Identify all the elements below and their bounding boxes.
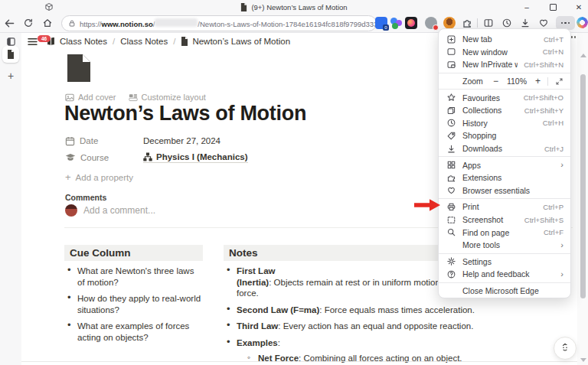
new-tab-plus-button[interactable]: + [2,68,19,83]
extension-blocker-icon[interactable] [425,17,437,29]
cue-item: What are Newton's three laws of motion? [64,266,204,288]
window-titlebar: (9+) Newton’s Laws of Motion – ✕ [0,0,588,14]
apps-icon [446,160,456,171]
menu-item-label: Shopping [462,131,557,140]
extension-photo-icon[interactable] [405,17,417,29]
menu-item-favourites[interactable]: FavouritesCtrl+Shift+O [439,91,570,104]
menu-item-label: Extensions [462,173,557,182]
page-icon-large[interactable] [66,54,92,83]
customize-layout-button[interactable]: Customize layout [129,93,206,102]
add-cover-button[interactable]: Add cover [65,93,116,102]
comment-input[interactable]: Add a comment... [83,205,155,216]
user-avatar [65,204,77,217]
menu-shortcut: Ctrl+Shift+O [524,93,564,102]
add-property-button[interactable]: +Add a property [65,171,133,183]
screenshot-icon [446,214,456,225]
fullscreen-icon[interactable] [555,77,564,86]
cue-item: What are examples of forces acting on ob… [64,321,204,343]
none-icon [446,240,456,250]
extensions-puzzle-icon[interactable] [462,17,474,29]
cue-column-header[interactable]: Cue Column [64,245,203,261]
menu-separator [439,156,570,157]
refresh-button[interactable] [21,15,36,31]
zoom-out-button[interactable]: − [493,76,498,86]
menu-item-apps[interactable]: Apps› [439,158,570,171]
menu-item-help-and-feedback[interactable]: Help and feedback› [439,268,570,281]
menu-item-extensions[interactable]: Extensions [439,171,570,184]
address-bar[interactable]: https://www.notion.so//Newton-s-Laws-of-… [61,15,377,31]
back-button[interactable] [2,15,17,31]
extension-colorful-icon[interactable] [390,17,402,29]
menu-item-shopping[interactable]: Shopping [439,129,570,142]
menu-item-label: Collections [462,106,518,115]
menu-item-close-microsoft-edge[interactable]: Close Microsoft Edge [439,285,570,298]
menu-item-settings[interactable]: Settings [439,256,570,269]
menu-item-find-on-page[interactable]: Find on pageCtrl+F [439,226,570,239]
cue-column-list: What are Newton's three laws of motion?H… [64,266,204,348]
extension-monkey-icon[interactable] [443,17,456,29]
submenu-arrow-icon: › [560,270,564,279]
menu-item-label: Favourites [462,93,518,103]
settings-icon [446,256,456,267]
menu-item-downloads[interactable]: DownloadsCtrl+J [439,142,570,155]
sidebar-menu-icon[interactable]: 46 [28,37,38,46]
menu-separator [439,253,570,254]
zoom-in-button[interactable]: + [535,76,541,86]
lock-icon [68,19,76,28]
menu-separator [439,89,570,90]
breadcrumb-item[interactable]: Class Notes [120,37,168,46]
menu-item-screenshot[interactable]: ScreenshotCtrl+Shift+S [439,213,570,226]
minimize-button[interactable]: – [522,2,531,11]
maximize-button[interactable] [548,2,557,11]
menu-shortcut: Ctrl+Shift+Y [524,106,564,115]
active-tab[interactable] [2,46,19,63]
scroll-up-arrow[interactable] [580,54,586,57]
menu-item-new-window[interactable]: New windowCtrl+N [439,46,570,59]
menu-item-browser-essentials[interactable]: Browser essentials [439,184,570,197]
menu-item-label: Help and feedback [462,269,554,279]
note-item: Net Force: Combining all forces acting o… [245,353,572,364]
submenu-arrow-icon: › [560,241,564,249]
menu-shortcut: Ctrl+H [543,119,564,127]
breadcrumb-item[interactable]: Class Notes [60,37,107,46]
menu-item-label: History [462,119,537,128]
copilot-icon[interactable] [577,17,588,28]
property-value-course[interactable]: Physics I (Mechanics) [143,152,248,163]
close-button[interactable]: ✕ [574,2,583,11]
menu-item-print[interactable]: PrintCtrl+P [439,200,570,213]
menu-item-label: New tab [462,34,537,44]
home-button[interactable] [40,15,55,31]
find-on-page-icon [446,227,456,238]
page-scrollbar[interactable] [577,33,588,365]
menu-item-label: Close Microsoft Edge [462,286,557,295]
none-icon [446,285,456,296]
menu-shortcut: Ctrl+Shift+S [524,216,564,224]
menu-separator [439,73,570,73]
breadcrumb: 46 Class Notes / Class Notes / Newton’s … [28,35,290,47]
menu-item-new-tab[interactable]: New tabCtrl+T [439,33,570,46]
breadcrumb-item[interactable]: Newton’s Laws of Motion [192,37,290,46]
menu-item-more-tools[interactable]: More tools› [439,239,570,252]
menu-item-collections[interactable]: CollectionsCtrl+Shift+Y [439,104,570,117]
notion-ai-button[interactable] [554,337,577,360]
note-item: Third Law: Every action has an equal and… [224,321,572,332]
menu-item-label: Screenshot [462,215,518,224]
menu-item-label: Print [462,202,537,211]
submenu-arrow-icon: › [560,161,564,169]
shopping-icon [446,130,456,141]
menu-item-label: New InPrivate window [462,60,518,69]
menu-item-label: More tools [462,240,554,249]
menu-item-label: New window [462,47,537,57]
scroll-down-arrow[interactable] [580,358,586,362]
menu-shortcut: Ctrl+T [544,35,564,44]
menu-item-zoom: Zoom−110%+ [439,75,570,88]
property-row-course[interactable]: Course Physics I (Mechanics) [65,151,248,165]
menu-item-history[interactable]: HistoryCtrl+H [439,117,570,130]
menu-shortcut: Ctrl+N [543,47,564,56]
property-row-date[interactable]: Date December 27, 2024 [65,134,220,148]
extension-password-icon[interactable]: 0 [375,17,387,29]
menu-item-new-inprivate-window[interactable]: New InPrivate windowCtrl+Shift+N [439,58,570,71]
cue-item: How do they apply to real-world situatio… [64,293,204,315]
scrollbar-thumb[interactable] [580,74,586,298]
history-icon [446,118,456,129]
